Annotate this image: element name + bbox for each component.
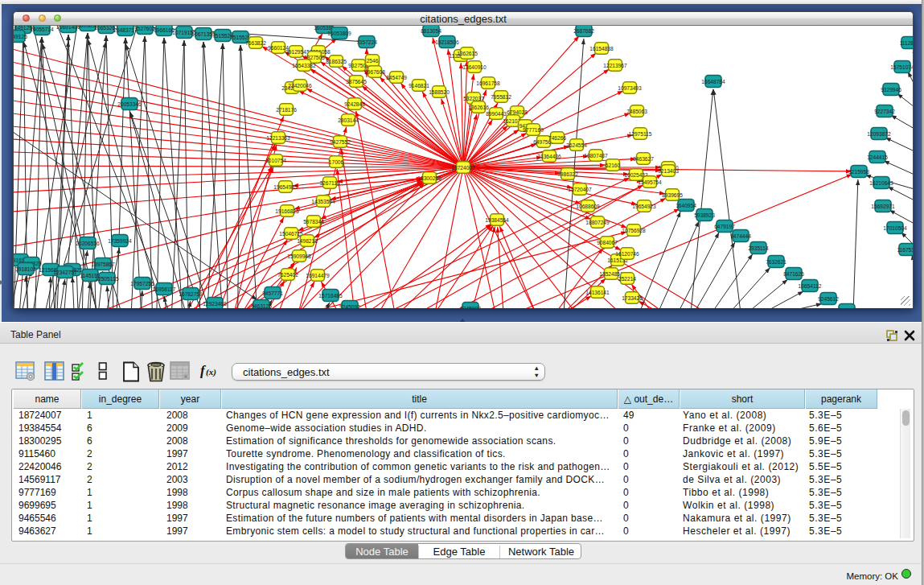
svg-text:15692971: 15692971 bbox=[871, 204, 895, 209]
svg-text:17010504: 17010504 bbox=[883, 225, 907, 231]
svg-text:9777169: 9777169 bbox=[523, 127, 544, 133]
svg-text:5938923: 5938923 bbox=[694, 212, 715, 218]
svg-text:2718176: 2718176 bbox=[276, 107, 297, 113]
svg-text:10654112: 10654112 bbox=[799, 283, 822, 289]
svg-text:3267110: 3267110 bbox=[319, 180, 340, 186]
svg-text:9329946: 9329946 bbox=[881, 87, 901, 93]
svg-text:12505135: 12505135 bbox=[95, 276, 119, 282]
svg-text:16120746: 16120746 bbox=[615, 251, 639, 257]
svg-text:1244415: 1244415 bbox=[867, 154, 888, 160]
svg-text:9245092: 9245092 bbox=[339, 304, 360, 309]
svg-text:20206536: 20206536 bbox=[76, 241, 100, 246]
svg-text:2687682: 2687682 bbox=[573, 28, 594, 34]
svg-text:8454749: 8454749 bbox=[386, 75, 407, 80]
svg-text:7357224: 7357224 bbox=[356, 39, 377, 45]
svg-text:1733426: 1733426 bbox=[622, 295, 643, 301]
svg-text:9227342: 9227342 bbox=[874, 109, 895, 114]
svg-text:7485063: 7485063 bbox=[626, 109, 647, 114]
svg-text:7986322: 7986322 bbox=[557, 171, 578, 177]
svg-text:12213967: 12213967 bbox=[603, 63, 627, 68]
svg-text:1362616: 1362616 bbox=[468, 105, 489, 110]
svg-text:19166825: 19166825 bbox=[275, 208, 299, 214]
svg-text:17006: 17006 bbox=[329, 159, 344, 165]
svg-text:9146821: 9146821 bbox=[409, 83, 429, 89]
svg-text:16543382: 16543382 bbox=[292, 63, 316, 68]
svg-text:15720407: 15720407 bbox=[568, 187, 592, 192]
svg-text:8813054: 8813054 bbox=[421, 28, 441, 34]
svg-text:16782759: 16782759 bbox=[179, 291, 203, 297]
svg-text:6966160: 6966160 bbox=[154, 27, 175, 33]
svg-text:20053346: 20053346 bbox=[117, 101, 142, 107]
svg-text:19654985: 19654985 bbox=[273, 184, 298, 190]
svg-text:6794028: 6794028 bbox=[507, 109, 528, 115]
svg-text:6479197: 6479197 bbox=[714, 224, 735, 229]
svg-text:12093872: 12093872 bbox=[867, 131, 891, 137]
svg-text:1649125: 1649125 bbox=[14, 34, 27, 39]
svg-text:9245093: 9245093 bbox=[460, 306, 481, 309]
svg-text:9463627: 9463627 bbox=[633, 156, 654, 162]
svg-text:16961758: 16961758 bbox=[476, 80, 500, 86]
svg-text:15716485: 15716485 bbox=[318, 293, 343, 299]
svg-text:2546: 2546 bbox=[367, 58, 379, 64]
svg-text:13640910: 13640910 bbox=[462, 64, 487, 70]
svg-text:9245612: 9245612 bbox=[818, 296, 839, 302]
svg-text:16648784: 16648784 bbox=[701, 79, 725, 84]
svg-text:1112893: 1112893 bbox=[900, 40, 913, 46]
svg-text:8939695: 8939695 bbox=[662, 192, 683, 198]
svg-text:1588520: 1588520 bbox=[429, 89, 450, 95]
svg-text:3875645: 3875645 bbox=[346, 79, 367, 84]
svg-text:8471626: 8471626 bbox=[783, 271, 804, 277]
svg-text:3215958: 3215958 bbox=[848, 169, 869, 175]
svg-text:10756928: 10756928 bbox=[622, 228, 646, 233]
svg-text:16210643: 16210643 bbox=[869, 180, 893, 186]
svg-text:12342757: 12342757 bbox=[53, 270, 77, 275]
svg-text:23420046: 23420046 bbox=[288, 83, 312, 89]
svg-text:3624554: 3624554 bbox=[566, 142, 587, 148]
svg-text:7955812: 7955812 bbox=[491, 94, 511, 100]
svg-text:16958117: 16958117 bbox=[153, 286, 176, 292]
svg-text:7515520: 7515520 bbox=[230, 35, 251, 40]
svg-text:9427552: 9427552 bbox=[330, 139, 351, 145]
svg-text:2967608: 2967608 bbox=[364, 69, 385, 75]
svg-text:252214: 252214 bbox=[618, 276, 636, 282]
svg-text:1498212: 1498212 bbox=[297, 238, 318, 244]
svg-text:5322037: 5322037 bbox=[463, 96, 484, 101]
svg-text:21364436: 21364436 bbox=[537, 154, 561, 159]
svg-text:1362615: 1362615 bbox=[457, 51, 478, 56]
svg-text:12975115: 12975115 bbox=[629, 131, 652, 137]
svg-text:10688609: 10688609 bbox=[576, 204, 600, 209]
svg-text:16154838: 16154838 bbox=[589, 46, 614, 51]
svg-text:62160: 62160 bbox=[606, 163, 621, 168]
svg-text:9242848: 9242848 bbox=[344, 101, 365, 107]
svg-text:14136141: 14136141 bbox=[585, 290, 610, 295]
svg-text:12923468: 12923468 bbox=[203, 301, 227, 307]
svg-text:7625402: 7625402 bbox=[277, 272, 298, 278]
svg-text:746266: 746266 bbox=[548, 135, 566, 141]
svg-text:15751074: 15751074 bbox=[890, 64, 913, 70]
svg-text:7632621: 7632621 bbox=[766, 259, 786, 265]
svg-text:15495754: 15495754 bbox=[638, 179, 662, 185]
svg-text:8990443: 8990443 bbox=[486, 111, 507, 117]
svg-text:1640954: 1640954 bbox=[676, 203, 696, 208]
svg-text:14055714: 14055714 bbox=[30, 27, 54, 32]
svg-text:14353594: 14353594 bbox=[311, 199, 335, 204]
svg-text:17359924: 17359924 bbox=[108, 238, 132, 244]
svg-text:16914479: 16914479 bbox=[306, 273, 330, 278]
svg-text:9245613: 9245613 bbox=[836, 307, 857, 309]
svg-text:18807249: 18807249 bbox=[585, 220, 610, 225]
svg-text:15909948: 15909948 bbox=[287, 253, 311, 259]
svg-text:9463125: 9463125 bbox=[251, 303, 272, 309]
svg-text:17957255: 17957255 bbox=[130, 281, 154, 286]
svg-text:(x): (x) bbox=[206, 367, 216, 377]
svg-text:3918101: 3918101 bbox=[15, 266, 36, 272]
svg-text:10807487: 10807487 bbox=[584, 153, 608, 159]
svg-text:19654923: 19654923 bbox=[632, 204, 656, 209]
svg-text:9084067: 9084067 bbox=[597, 240, 618, 245]
svg-text:7663822: 7663822 bbox=[245, 40, 266, 46]
svg-text:3912954: 3912954 bbox=[285, 49, 306, 55]
svg-text:18724007: 18724007 bbox=[451, 165, 475, 171]
svg-text:9213403: 9213403 bbox=[658, 168, 679, 174]
svg-text:1527602: 1527602 bbox=[134, 26, 155, 31]
svg-text:2803144: 2803144 bbox=[338, 117, 359, 123]
svg-text:18300295: 18300295 bbox=[417, 175, 441, 181]
